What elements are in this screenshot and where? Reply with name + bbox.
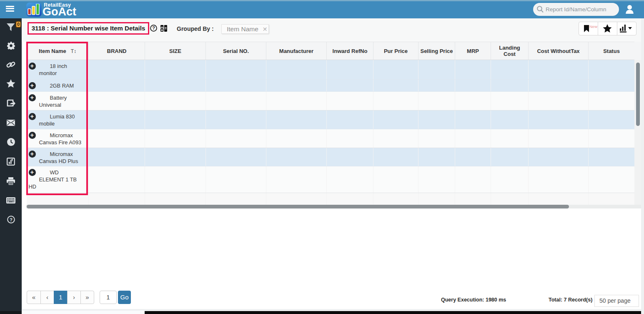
svg-text:?: ? xyxy=(152,25,155,30)
svg-text:?: ? xyxy=(10,217,13,222)
